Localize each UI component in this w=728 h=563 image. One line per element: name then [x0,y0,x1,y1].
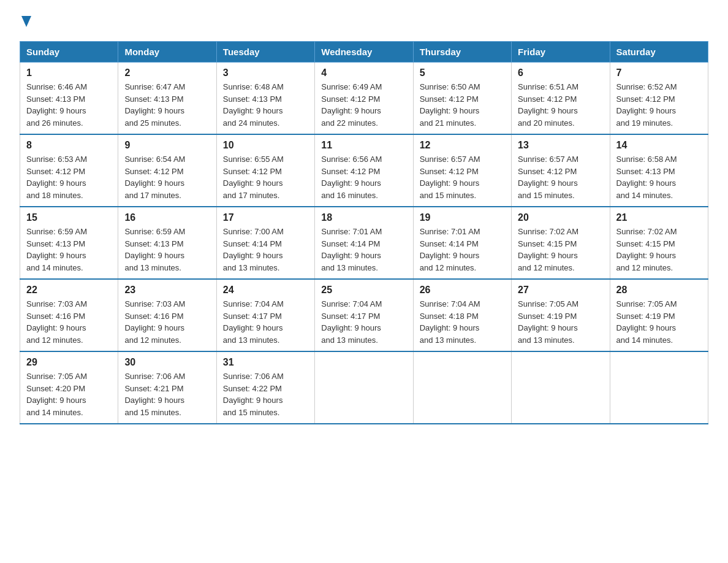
calendar-cell: 12 Sunrise: 6:57 AMSunset: 4:12 PMDaylig… [413,134,511,207]
day-info: Sunrise: 6:56 AMSunset: 4:12 PMDaylight:… [321,155,382,200]
day-number: 1 [26,67,112,79]
day-header-saturday: Saturday [610,42,708,63]
day-number: 23 [124,285,210,296]
day-info: Sunrise: 6:57 AMSunset: 4:12 PMDaylight:… [518,155,578,200]
day-number: 16 [124,212,210,223]
calendar-week-1: 1 Sunrise: 6:46 AMSunset: 4:13 PMDayligh… [20,63,708,135]
day-info: Sunrise: 7:06 AMSunset: 4:22 PMDaylight:… [223,372,284,417]
calendar-body: 1 Sunrise: 6:46 AMSunset: 4:13 PMDayligh… [20,63,708,424]
calendar-cell [610,351,708,424]
day-info: Sunrise: 7:06 AMSunset: 4:21 PMDaylight:… [124,372,185,417]
day-info: Sunrise: 6:47 AMSunset: 4:13 PMDaylight:… [124,82,185,128]
calendar-week-2: 8 Sunrise: 6:53 AMSunset: 4:12 PMDayligh… [20,134,708,207]
day-number: 29 [26,357,112,368]
calendar-cell: 5 Sunrise: 6:50 AMSunset: 4:12 PMDayligh… [413,63,511,135]
day-number: 17 [223,212,308,223]
day-number: 22 [26,285,112,296]
calendar-cell: 10 Sunrise: 6:55 AMSunset: 4:12 PMDaylig… [216,134,314,207]
calendar-cell: 4 Sunrise: 6:49 AMSunset: 4:12 PMDayligh… [315,63,413,135]
day-number: 8 [26,140,112,151]
calendar-cell: 24 Sunrise: 7:04 AMSunset: 4:17 PMDaylig… [216,279,314,351]
day-number: 6 [518,67,603,79]
calendar-cell: 2 Sunrise: 6:47 AMSunset: 4:13 PMDayligh… [118,63,216,135]
day-info: Sunrise: 6:52 AMSunset: 4:12 PMDaylight:… [616,82,677,128]
day-number: 5 [420,67,505,79]
day-header-wednesday: Wednesday [315,42,413,63]
day-number: 12 [420,140,505,151]
calendar-cell: 9 Sunrise: 6:54 AMSunset: 4:12 PMDayligh… [118,134,216,207]
calendar-cell: 3 Sunrise: 6:48 AMSunset: 4:13 PMDayligh… [216,63,314,135]
day-number: 14 [616,140,702,151]
calendar-cell: 28 Sunrise: 7:05 AMSunset: 4:19 PMDaylig… [610,279,708,351]
day-header-monday: Monday [118,42,216,63]
day-info: Sunrise: 6:55 AMSunset: 4:12 PMDaylight:… [223,155,284,200]
day-info: Sunrise: 7:02 AMSunset: 4:15 PMDaylight:… [616,227,677,272]
calendar-cell: 17 Sunrise: 7:00 AMSunset: 4:14 PMDaylig… [216,207,314,279]
calendar-week-5: 29 Sunrise: 7:05 AMSunset: 4:20 PMDaylig… [20,351,708,424]
day-header-tuesday: Tuesday [216,42,314,63]
day-number: 10 [223,140,308,151]
day-number: 28 [616,285,702,296]
day-info: Sunrise: 6:51 AMSunset: 4:12 PMDaylight:… [518,82,578,128]
calendar-cell: 13 Sunrise: 6:57 AMSunset: 4:12 PMDaylig… [512,134,610,207]
calendar-cell: 27 Sunrise: 7:05 AMSunset: 4:19 PMDaylig… [512,279,610,351]
page-header [20,15,708,29]
logo-triangle-icon [21,16,31,29]
day-header-row: SundayMondayTuesdayWednesdayThursdayFrid… [20,42,708,63]
day-number: 15 [26,212,112,223]
calendar-cell: 6 Sunrise: 6:51 AMSunset: 4:12 PMDayligh… [512,63,610,135]
logo-line1 [20,15,31,29]
calendar-cell: 14 Sunrise: 6:58 AMSunset: 4:13 PMDaylig… [610,134,708,207]
day-number: 25 [321,285,406,296]
day-info: Sunrise: 7:04 AMSunset: 4:17 PMDaylight:… [223,299,284,345]
day-number: 31 [223,357,308,368]
day-header-thursday: Thursday [413,42,511,63]
calendar-cell: 15 Sunrise: 6:59 AMSunset: 4:13 PMDaylig… [20,207,118,279]
calendar-week-3: 15 Sunrise: 6:59 AMSunset: 4:13 PMDaylig… [20,207,708,279]
calendar-cell: 7 Sunrise: 6:52 AMSunset: 4:12 PMDayligh… [610,63,708,135]
day-number: 30 [124,357,210,368]
svg-marker-0 [21,16,31,27]
day-info: Sunrise: 6:49 AMSunset: 4:12 PMDaylight:… [321,82,382,128]
day-header-sunday: Sunday [20,42,118,63]
day-info: Sunrise: 6:46 AMSunset: 4:13 PMDaylight:… [26,82,87,128]
calendar-cell: 16 Sunrise: 6:59 AMSunset: 4:13 PMDaylig… [118,207,216,279]
day-number: 19 [420,212,505,223]
day-number: 24 [223,285,308,296]
day-info: Sunrise: 7:05 AMSunset: 4:19 PMDaylight:… [518,299,578,345]
calendar-cell [512,351,610,424]
day-info: Sunrise: 7:04 AMSunset: 4:18 PMDaylight:… [420,299,480,345]
day-info: Sunrise: 6:54 AMSunset: 4:12 PMDaylight:… [124,155,185,200]
day-info: Sunrise: 7:02 AMSunset: 4:15 PMDaylight:… [518,227,578,272]
day-info: Sunrise: 6:48 AMSunset: 4:13 PMDaylight:… [223,82,284,128]
calendar-table: SundayMondayTuesdayWednesdayThursdayFrid… [20,41,708,424]
calendar-cell [315,351,413,424]
day-info: Sunrise: 6:50 AMSunset: 4:12 PMDaylight:… [420,82,480,128]
calendar-cell: 30 Sunrise: 7:06 AMSunset: 4:21 PMDaylig… [118,351,216,424]
day-number: 2 [124,67,210,79]
calendar-cell: 26 Sunrise: 7:04 AMSunset: 4:18 PMDaylig… [413,279,511,351]
day-info: Sunrise: 7:01 AMSunset: 4:14 PMDaylight:… [321,227,382,272]
calendar-cell: 21 Sunrise: 7:02 AMSunset: 4:15 PMDaylig… [610,207,708,279]
day-info: Sunrise: 7:03 AMSunset: 4:16 PMDaylight:… [124,299,185,345]
calendar-cell: 22 Sunrise: 7:03 AMSunset: 4:16 PMDaylig… [20,279,118,351]
day-info: Sunrise: 7:04 AMSunset: 4:17 PMDaylight:… [321,299,382,345]
calendar-header: SundayMondayTuesdayWednesdayThursdayFrid… [20,42,708,63]
day-info: Sunrise: 7:05 AMSunset: 4:20 PMDaylight:… [26,372,87,417]
day-number: 3 [223,67,308,79]
day-number: 11 [321,140,406,151]
day-info: Sunrise: 6:57 AMSunset: 4:12 PMDaylight:… [420,155,480,200]
day-info: Sunrise: 7:00 AMSunset: 4:14 PMDaylight:… [223,227,284,272]
calendar-cell: 29 Sunrise: 7:05 AMSunset: 4:20 PMDaylig… [20,351,118,424]
calendar-cell: 25 Sunrise: 7:04 AMSunset: 4:17 PMDaylig… [315,279,413,351]
day-info: Sunrise: 7:01 AMSunset: 4:14 PMDaylight:… [420,227,480,272]
day-number: 9 [124,140,210,151]
day-info: Sunrise: 6:53 AMSunset: 4:12 PMDaylight:… [26,155,87,200]
day-number: 21 [616,212,702,223]
calendar-cell: 8 Sunrise: 6:53 AMSunset: 4:12 PMDayligh… [20,134,118,207]
day-info: Sunrise: 6:59 AMSunset: 4:13 PMDaylight:… [26,227,87,272]
day-info: Sunrise: 6:59 AMSunset: 4:13 PMDaylight:… [124,227,185,272]
calendar-cell: 19 Sunrise: 7:01 AMSunset: 4:14 PMDaylig… [413,207,511,279]
day-number: 27 [518,285,603,296]
day-info: Sunrise: 7:03 AMSunset: 4:16 PMDaylight:… [26,299,87,345]
